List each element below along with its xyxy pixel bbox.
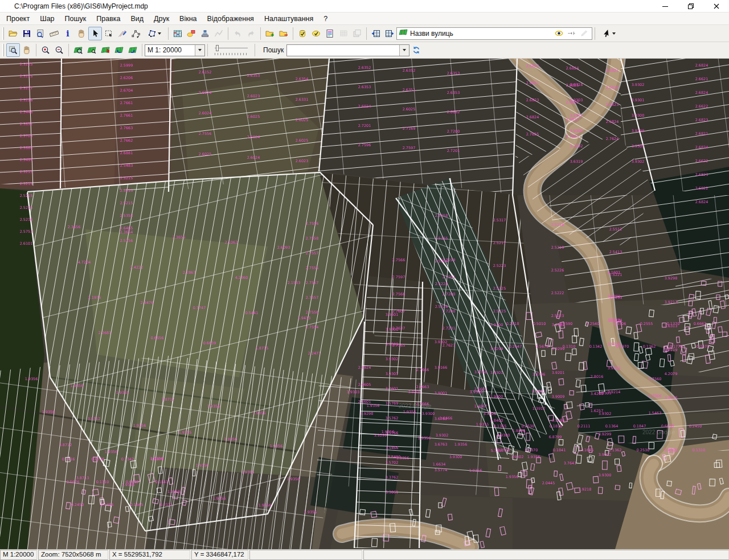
svg-text:0.1310: 0.1310	[693, 448, 706, 452]
status-y: Y = 3346847,172	[191, 550, 248, 560]
object-info-button[interactable]: i	[61, 27, 75, 40]
svg-text:2.5215: 2.5215	[20, 193, 33, 198]
svg-text:3.9307: 3.9307	[386, 372, 399, 376]
save-icon	[22, 29, 31, 38]
dropdown-arrow-icon[interactable]	[158, 32, 161, 35]
menu-item-display[interactable]: Відображення	[202, 14, 259, 24]
restore-button[interactable]	[678, 0, 703, 12]
zoom-out-button[interactable]	[52, 43, 66, 57]
svg-text:3.9302: 3.9302	[632, 159, 645, 164]
view-next-button[interactable]	[126, 43, 140, 57]
table-expand-button[interactable]	[383, 27, 396, 40]
select-button[interactable]	[88, 27, 102, 40]
svg-text:0.1716: 0.1716	[62, 457, 75, 462]
svg-text:2.3656: 2.3656	[68, 225, 81, 229]
vertex-edit-button[interactable]	[129, 27, 143, 40]
map-viewport[interactable]: 2.52152.52152.52172.52262.54482.58522.57…	[0, 59, 729, 549]
svg-text:3.8796: 3.8796	[533, 372, 546, 377]
pan-hand-button[interactable]	[75, 27, 88, 40]
stamp-icon	[200, 29, 210, 38]
toolbar-grip[interactable]	[2, 44, 4, 56]
polygon-tool-button[interactable]	[143, 27, 166, 40]
draw-edit-button[interactable]	[116, 27, 129, 40]
open-button[interactable]	[6, 27, 20, 40]
svg-text:2.7661: 2.7661	[120, 101, 133, 105]
search-input[interactable]	[287, 46, 399, 55]
page-preview-button[interactable]	[34, 27, 47, 40]
svg-text:0.1645: 0.1645	[581, 448, 594, 452]
save-button[interactable]	[20, 27, 34, 40]
svg-text:2.6881: 2.6881	[120, 151, 133, 155]
svg-text:2.1533: 2.1533	[288, 281, 301, 285]
svg-text:3.5466: 3.5466	[386, 446, 399, 450]
svg-text:1.9356: 1.9356	[287, 477, 300, 481]
svg-text:2.5225: 2.5225	[493, 286, 506, 291]
menu-item-edit[interactable]: Правка	[91, 14, 125, 24]
svg-text:3.7641: 3.7641	[564, 461, 577, 466]
menu-item-view[interactable]: Вид	[125, 14, 149, 24]
slider-thumb[interactable]	[216, 45, 219, 51]
svg-text:2.3476: 2.3476	[141, 300, 154, 305]
menu-item-project[interactable]: Проект	[1, 14, 35, 24]
svg-text:2.5413: 2.5413	[609, 250, 622, 254]
svg-text:3.9303: 3.9303	[570, 98, 583, 102]
view-previous-button[interactable]	[112, 43, 126, 57]
menu-item-help[interactable]: ?	[318, 14, 333, 24]
svg-text:2.6352: 2.6352	[358, 65, 371, 70]
pointer-mode-button[interactable]	[597, 27, 620, 40]
svg-text:3.6319: 3.6319	[570, 159, 583, 164]
snap-button[interactable]	[565, 28, 578, 39]
svg-text:2.5224: 2.5224	[435, 282, 448, 286]
svg-text:1.9356: 1.9356	[304, 510, 317, 514]
slider-ticks	[215, 53, 248, 55]
remove-layer-button[interactable]	[277, 27, 290, 40]
menu-item-search[interactable]: Пошук	[60, 14, 92, 24]
cadastral-map[interactable]: 2.52152.52152.52172.52262.54482.58522.57…	[0, 59, 729, 549]
svg-text:0.1310: 0.1310	[96, 480, 109, 484]
measure-button[interactable]	[47, 27, 61, 40]
select-rect-button[interactable]	[102, 27, 116, 40]
table-icon	[173, 29, 182, 38]
attribute-table-button[interactable]	[171, 27, 185, 40]
menu-item-print[interactable]: Друк	[149, 14, 174, 24]
svg-text:3.9300: 3.9300	[470, 390, 483, 394]
stamp-button[interactable]	[198, 27, 212, 40]
search-combo-dropdown[interactable]	[399, 45, 409, 56]
zoom-object-button[interactable]	[99, 43, 112, 57]
minimize-button[interactable]	[652, 0, 678, 12]
pan-button[interactable]	[20, 43, 34, 57]
svg-text:6.8799: 6.8799	[549, 435, 562, 439]
svg-text:1.9356: 1.9356	[396, 456, 409, 460]
svg-text:2.5222: 2.5222	[551, 291, 564, 295]
search-combo[interactable]	[286, 44, 409, 56]
table-collapse-button[interactable]	[369, 27, 383, 40]
close-button[interactable]	[703, 0, 729, 12]
menu-item-layer[interactable]: Шар	[35, 14, 59, 24]
scale-combo-dropdown[interactable]	[195, 45, 204, 56]
visibility-button[interactable]	[552, 28, 565, 39]
layer-properties-button[interactable]	[323, 27, 337, 40]
toolbar-grip[interactable]	[2, 27, 4, 40]
menu-item-windows[interactable]: Вікна	[174, 14, 202, 24]
menu-item-settings[interactable]: Налаштування	[259, 14, 318, 24]
svg-text:2.8016: 2.8016	[591, 374, 604, 379]
object-styles-button[interactable]	[185, 27, 198, 40]
refresh-search-button[interactable]	[409, 43, 423, 57]
scale-slider[interactable]	[214, 44, 249, 56]
zoom-window-button[interactable]	[6, 43, 20, 57]
db-verify-button[interactable]	[309, 27, 323, 40]
dropdown-arrow-icon[interactable]	[612, 32, 616, 35]
restore-icon	[686, 2, 695, 11]
scale-combo[interactable]: М 1: 20000	[145, 44, 205, 56]
zoom-extent-button[interactable]	[71, 43, 85, 57]
oval-check-icon	[312, 29, 321, 38]
svg-text:3.9300: 3.9300	[490, 323, 503, 327]
zoom-in-button[interactable]	[39, 43, 52, 57]
svg-text:2.5217: 2.5217	[20, 86, 33, 90]
db-structure-button[interactable]	[296, 27, 309, 40]
svg-text:0.6736: 0.6736	[92, 457, 105, 462]
zoom-selection-button[interactable]	[85, 43, 99, 57]
map-magnifier2-icon	[87, 46, 96, 55]
active-layer-combo[interactable]: Назви вулиць	[396, 27, 592, 40]
add-layer-button[interactable]	[263, 27, 277, 40]
